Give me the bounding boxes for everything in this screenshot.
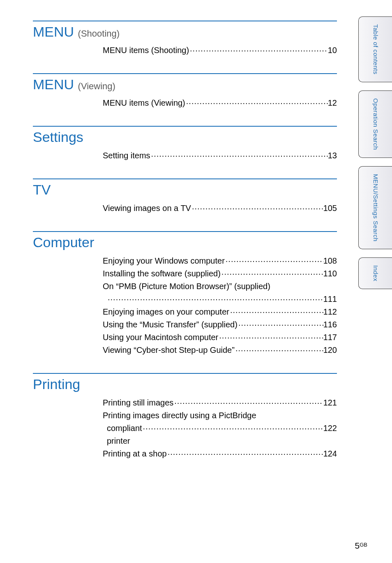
entries: Printing still images 121 Printing image… — [33, 396, 337, 460]
section-heading: MENU (Shooting) — [33, 24, 341, 40]
tab-label: MENU/Settings Search — [371, 174, 379, 241]
leader-dots — [173, 396, 323, 409]
entry-label: Viewing “Cyber-shot Step-up Guide” — [103, 344, 235, 357]
entry-page: 116 — [323, 318, 337, 331]
toc-entry[interactable]: Viewing “Cyber-shot Step-up Guide” 120 — [103, 344, 337, 357]
section-heading: TV — [33, 182, 341, 198]
section-menu-shooting: MENU (Shooting) MENU items (Shooting) 10 — [33, 21, 341, 57]
entries: Enjoying your Windows computer 108 Insta… — [33, 255, 337, 357]
toc-entry[interactable]: Using the “Music Transfer” (supplied) 11… — [103, 318, 337, 331]
entry-page: 12 — [328, 97, 337, 109]
section-rule — [33, 178, 337, 179]
heading-title: TV — [33, 182, 51, 197]
section-rule — [33, 373, 337, 374]
entry-page: 13 — [328, 149, 337, 162]
toc-entry[interactable]: MENU items (Viewing) 12 — [103, 97, 337, 109]
toc-entry[interactable]: Printing at a shop 124 — [103, 447, 337, 460]
entry-label: MENU items (Shooting) — [103, 44, 189, 57]
section-heading: Computer — [33, 234, 341, 250]
entry-label: Printing at a shop — [103, 447, 167, 460]
leader-dots — [191, 202, 323, 215]
leader-dots — [107, 293, 323, 306]
toc-entry[interactable]: Installing the software (supplied) 110 — [103, 267, 337, 280]
page-number: 5GB — [355, 541, 367, 551]
section-rule — [33, 126, 337, 127]
toc-entry[interactable]: Viewing images on a TV 105 — [103, 202, 337, 215]
entry-page: 108 — [323, 255, 337, 267]
tab-operation-search[interactable]: Operation Search — [358, 90, 392, 158]
entry-label-line1: Printing images directly using a PictBri… — [103, 409, 337, 422]
toc-entry[interactable]: Printing images directly using a PictBri… — [103, 409, 337, 447]
heading-title: MENU — [33, 24, 74, 39]
toc-entry[interactable]: Setting items 13 — [103, 149, 337, 162]
entry-label-line2: compliant printer — [107, 422, 142, 447]
heading-title: Printing — [33, 376, 80, 392]
section-tv: TV Viewing images on a TV 105 — [33, 178, 341, 215]
entry-page: 117 — [323, 331, 337, 344]
entry-page: 105 — [323, 202, 337, 215]
toc-entry[interactable]: On “PMB (Picture Motion Browser)” (suppl… — [103, 280, 337, 306]
entry-page: 10 — [328, 44, 337, 57]
toc-page: MENU (Shooting) MENU items (Shooting) 10… — [0, 0, 341, 460]
heading-title: Settings — [33, 129, 83, 145]
leader-dots — [142, 422, 323, 435]
heading-title: Computer — [33, 234, 94, 250]
entry-page: 121 — [323, 396, 337, 409]
section-rule — [33, 73, 337, 74]
tab-label: Operation Search — [371, 98, 379, 150]
tab-label: Index — [371, 265, 379, 281]
leader-dots — [189, 44, 328, 57]
entry-page: 122 — [323, 422, 337, 435]
tab-index[interactable]: Index — [358, 257, 392, 289]
side-tabs: Table of contents Operation Search MENU/… — [358, 16, 392, 289]
leader-dots — [218, 331, 323, 344]
heading-mode: (Viewing) — [78, 81, 115, 91]
section-heading: Printing — [33, 376, 341, 392]
entry-page: 112 — [323, 306, 337, 318]
entry-page: 124 — [323, 447, 337, 460]
leader-dots — [235, 344, 323, 357]
entry-label: Installing the software (supplied) — [103, 267, 221, 280]
toc-entry[interactable]: Printing still images 121 — [103, 396, 337, 409]
toc-entry[interactable]: Enjoying images on your computer 112 — [103, 306, 337, 318]
toc-entry[interactable]: MENU items (Shooting) 10 — [103, 44, 337, 57]
section-heading: Settings — [33, 129, 341, 145]
entry-label: Enjoying your Windows computer — [103, 255, 225, 267]
entries: Viewing images on a TV 105 — [33, 202, 337, 215]
heading-mode: (Shooting) — [78, 28, 120, 39]
section-menu-viewing: MENU (Viewing) MENU items (Viewing) 12 — [33, 73, 341, 109]
entry-page: 120 — [323, 344, 337, 357]
section-computer: Computer Enjoying your Windows computer … — [33, 231, 341, 357]
entry-page: 110 — [323, 267, 337, 280]
entries: Setting items 13 — [33, 149, 337, 162]
section-printing: Printing Printing still images 121 Print… — [33, 373, 341, 460]
leader-dots — [238, 318, 323, 331]
leader-dots — [185, 97, 328, 109]
entry-label: Enjoying images on your computer — [103, 306, 229, 318]
toc-entry[interactable]: Enjoying your Windows computer 108 — [103, 255, 337, 267]
tab-label: Table of contents — [371, 24, 379, 74]
entry-page: 111 — [323, 293, 337, 306]
toc-entry[interactable]: Using your Macintosh computer 117 — [103, 331, 337, 344]
entry-label: Printing still images — [103, 396, 173, 409]
section-heading: MENU (Viewing) — [33, 76, 341, 93]
leader-dots — [150, 149, 328, 162]
entry-label: Using the “Music Transfer” (supplied) — [103, 318, 238, 331]
page-gb: GB — [360, 542, 367, 548]
entry-label: On “PMB (Picture Motion Browser)” (suppl… — [103, 280, 337, 293]
heading-title: MENU — [33, 76, 74, 92]
entry-label: Using your Macintosh computer — [103, 331, 218, 344]
section-settings: Settings Setting items 13 — [33, 126, 341, 162]
entry-label: Setting items — [103, 149, 150, 162]
section-rule — [33, 231, 337, 232]
entries: MENU items (Shooting) 10 — [33, 44, 337, 57]
section-rule — [33, 21, 337, 21]
tab-menu-settings-search[interactable]: MENU/Settings Search — [358, 166, 392, 249]
leader-dots — [167, 447, 323, 460]
entry-label: Viewing images on a TV — [103, 202, 191, 215]
page-digit: 5 — [355, 541, 360, 550]
leader-dots — [225, 255, 323, 267]
leader-dots — [221, 267, 323, 280]
tab-table-of-contents[interactable]: Table of contents — [358, 16, 392, 82]
entry-label: MENU items (Viewing) — [103, 97, 185, 109]
